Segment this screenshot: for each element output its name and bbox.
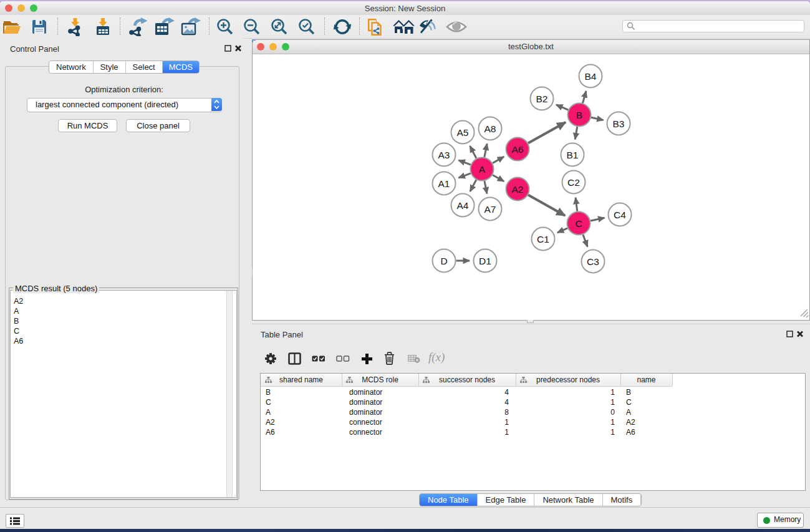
svg-text:A5: A5 xyxy=(457,127,469,138)
svg-text:A2: A2 xyxy=(512,184,524,195)
svg-text:C3: C3 xyxy=(587,256,599,267)
svg-text:A6: A6 xyxy=(512,144,524,155)
svg-text:A7: A7 xyxy=(485,204,496,215)
svg-text:C1: C1 xyxy=(537,234,549,244)
svg-text:C2: C2 xyxy=(567,177,580,188)
svg-text:B3: B3 xyxy=(613,118,625,129)
svg-text:A1: A1 xyxy=(438,178,450,189)
svg-text:A8: A8 xyxy=(485,123,496,134)
svg-text:D: D xyxy=(440,256,447,266)
svg-text:B1: B1 xyxy=(567,150,579,160)
svg-text:A: A xyxy=(479,164,486,175)
svg-text:C4: C4 xyxy=(614,210,626,220)
svg-text:B: B xyxy=(576,110,582,120)
svg-text:A3: A3 xyxy=(438,150,450,160)
svg-text:A4: A4 xyxy=(457,200,469,211)
svg-text:B4: B4 xyxy=(585,71,597,82)
svg-text:D1: D1 xyxy=(479,256,491,266)
svg-text:C: C xyxy=(575,218,582,229)
svg-text:B2: B2 xyxy=(536,94,548,104)
